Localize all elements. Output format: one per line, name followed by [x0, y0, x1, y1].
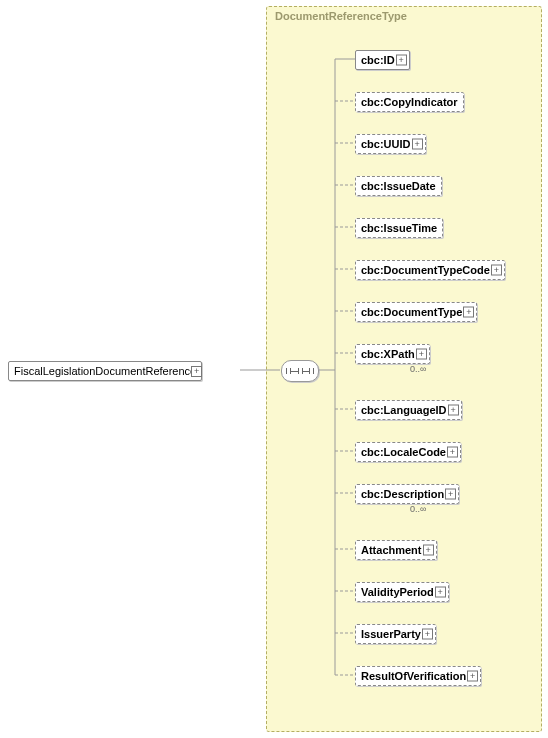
expand-icon[interactable]: +: [467, 671, 478, 682]
child-element[interactable]: cbc:UUID+: [355, 134, 426, 154]
expand-icon[interactable]: +: [191, 366, 202, 377]
child-element-label: cbc:Description: [361, 488, 444, 500]
child-element[interactable]: cbc:Description+: [355, 484, 459, 504]
child-element[interactable]: cbc:ID+: [355, 50, 410, 70]
expand-icon[interactable]: +: [491, 265, 502, 276]
root-element-label: FiscalLegislationDocumentReference: [14, 365, 196, 377]
child-element[interactable]: IssuerParty+: [355, 624, 436, 644]
child-element[interactable]: cbc:LocaleCode+: [355, 442, 461, 462]
child-element-label: cbc:UUID: [361, 138, 411, 150]
expand-icon[interactable]: +: [422, 629, 433, 640]
child-element[interactable]: cbc:DocumentType+: [355, 302, 477, 322]
child-element[interactable]: ValidityPeriod+: [355, 582, 449, 602]
expand-icon[interactable]: +: [412, 139, 423, 150]
child-element-label: cbc:IssueDate: [361, 180, 436, 192]
child-element[interactable]: ResultOfVerification+: [355, 666, 481, 686]
child-element-label: cbc:IssueTime: [361, 222, 437, 234]
child-element-label: ValidityPeriod: [361, 586, 434, 598]
child-element-label: IssuerParty: [361, 628, 421, 640]
child-element-label: ResultOfVerification: [361, 670, 466, 682]
child-element[interactable]: cbc:IssueTime: [355, 218, 443, 238]
type-group-label: DocumentReferenceType: [275, 10, 407, 22]
expand-icon[interactable]: +: [463, 307, 474, 318]
child-element-label: cbc:ID: [361, 54, 395, 66]
expand-icon[interactable]: +: [447, 447, 458, 458]
cardinality-label: 0..∞: [410, 504, 426, 514]
expand-icon[interactable]: +: [445, 489, 456, 500]
root-element[interactable]: FiscalLegislationDocumentReference +: [8, 361, 202, 381]
child-element[interactable]: cbc:XPath+: [355, 344, 430, 364]
child-element-label: cbc:LocaleCode: [361, 446, 446, 458]
child-element[interactable]: cbc:DocumentTypeCode+: [355, 260, 505, 280]
expand-icon[interactable]: +: [435, 587, 446, 598]
child-element[interactable]: cbc:LanguageID+: [355, 400, 462, 420]
child-element[interactable]: cbc:IssueDate: [355, 176, 442, 196]
expand-icon[interactable]: +: [448, 405, 459, 416]
child-element-label: cbc:DocumentType: [361, 306, 462, 318]
child-element-label: cbc:XPath: [361, 348, 415, 360]
child-element[interactable]: Attachment+: [355, 540, 437, 560]
sequence-icon: [286, 368, 314, 374]
child-element-label: cbc:CopyIndicator: [361, 96, 458, 108]
sequence-compositor[interactable]: [281, 360, 319, 382]
expand-icon[interactable]: +: [396, 55, 407, 66]
child-element[interactable]: cbc:CopyIndicator: [355, 92, 464, 112]
cardinality-label: 0..∞: [410, 364, 426, 374]
child-element-label: Attachment: [361, 544, 422, 556]
child-element-label: cbc:DocumentTypeCode: [361, 264, 490, 276]
expand-icon[interactable]: +: [423, 545, 434, 556]
child-element-label: cbc:LanguageID: [361, 404, 447, 416]
expand-icon[interactable]: +: [416, 349, 427, 360]
